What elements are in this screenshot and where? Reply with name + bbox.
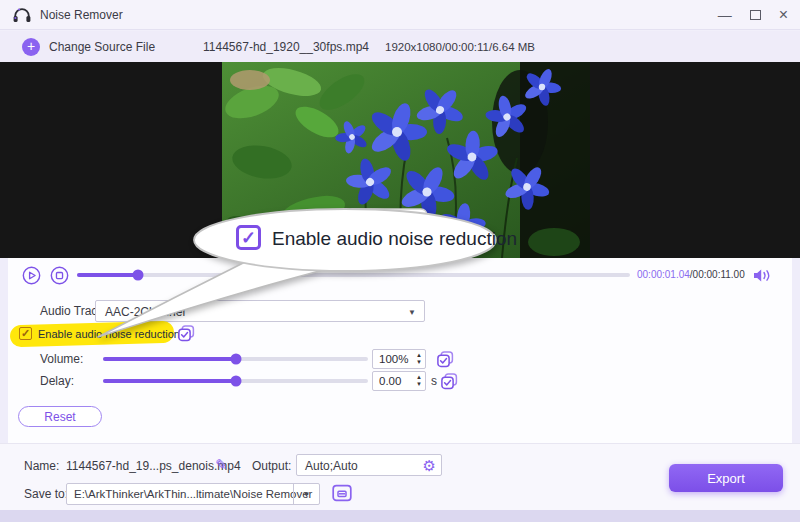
edit-name-icon[interactable]: ✎ — [215, 456, 228, 474]
save-to-chevron-icon: ▼ — [303, 490, 311, 499]
output-format-field[interactable]: Auto;Auto ⚙ — [296, 454, 442, 476]
stop-button[interactable] — [50, 266, 69, 285]
window-title: Noise Remover — [40, 8, 123, 22]
delay-fill — [103, 379, 236, 383]
add-file-icon[interactable]: + — [22, 38, 40, 56]
delay-unit: s — [431, 374, 437, 388]
output-label: Output: — [252, 459, 291, 473]
volume-icon[interactable] — [753, 268, 773, 283]
save-to-label: Save to: — [24, 487, 68, 501]
volume-fill — [103, 357, 236, 361]
noise-reduction-label: Enable audio noise reduction — [38, 328, 180, 340]
source-file-name: 1144567-hd_1920__30fps.mp4 — [203, 40, 369, 54]
time-display: 00:00:01.04/00:00:11.00 — [637, 269, 745, 280]
progress-fill — [77, 273, 138, 277]
video-frame-flowers — [222, 62, 590, 258]
output-settings-gear-icon[interactable]: ⚙ — [423, 457, 436, 475]
close-button[interactable]: × — [779, 7, 788, 23]
save-to-dropdown[interactable]: E:\ArkThinker\ArkThin...ltimate\Noise Re… — [66, 483, 320, 505]
delay-spinbox[interactable]: 0.00 ▲ ▼ — [372, 371, 426, 391]
volume-spinbox[interactable]: 100% ▲ ▼ — [372, 349, 426, 369]
chevron-down-icon: ▼ — [408, 308, 416, 317]
volume-label: Volume: — [40, 352, 83, 366]
total-time: 00:00:11.00 — [693, 269, 745, 280]
title-bar: Noise Remover — × — [0, 0, 800, 30]
delay-slider[interactable] — [103, 379, 368, 383]
app-logo-headphones-icon — [12, 6, 32, 23]
volume-slider[interactable] — [103, 357, 368, 361]
progress-slider[interactable] — [77, 273, 630, 277]
volume-handle[interactable] — [230, 354, 241, 365]
noise-reduction-checkbox[interactable]: ✓ — [19, 327, 32, 340]
volume-spinner-down-icon[interactable]: ▼ — [416, 360, 422, 365]
window-bottom-strip — [0, 510, 800, 522]
delay-handle[interactable] — [230, 376, 241, 387]
open-folder-icon[interactable] — [332, 484, 352, 502]
source-file-info: 1920x1080/00:00:11/6.64 MB — [385, 41, 535, 53]
export-label: Export — [707, 471, 745, 486]
apply-to-all-icon[interactable] — [178, 325, 195, 342]
save-to-value: E:\ArkThinker\ArkThin...ltimate\Noise Re… — [74, 488, 312, 500]
delay-spinner-up-icon[interactable]: ▲ — [416, 375, 422, 380]
reset-label: Reset — [44, 410, 75, 424]
output-format-value: Auto;Auto — [305, 459, 358, 473]
export-button[interactable]: Export — [669, 464, 783, 492]
volume-value: 100% — [379, 353, 408, 365]
volume-spinner-up-icon[interactable]: ▲ — [416, 353, 422, 358]
delay-spinner-down-icon[interactable]: ▼ — [416, 382, 422, 387]
delay-label: Delay: — [40, 374, 74, 388]
minimize-button[interactable]: — — [718, 8, 732, 22]
current-time: 00:00:01.04 — [637, 269, 690, 280]
toolbar: + Change Source File 1144567-hd_1920__30… — [0, 31, 800, 62]
apply-delay-to-all-icon[interactable] — [441, 373, 458, 390]
apply-volume-to-all-icon[interactable] — [437, 351, 454, 368]
maximize-button[interactable] — [750, 10, 761, 20]
audio-track-value: AAC-2Channel — [105, 305, 185, 319]
window-controls: — × — [718, 7, 788, 23]
reset-button[interactable]: Reset — [18, 406, 102, 427]
video-preview-area — [0, 62, 800, 258]
delay-value: 0.00 — [379, 375, 401, 387]
save-to-arrow-section[interactable]: ▼ — [293, 484, 319, 504]
name-label: Name: — [24, 459, 59, 473]
progress-handle[interactable] — [132, 270, 143, 281]
audio-track-dropdown[interactable]: AAC-2Channel ▼ — [95, 300, 425, 322]
change-source-file-button[interactable]: Change Source File — [49, 40, 155, 54]
progress-track[interactable] — [77, 273, 630, 277]
play-button[interactable] — [22, 266, 41, 285]
